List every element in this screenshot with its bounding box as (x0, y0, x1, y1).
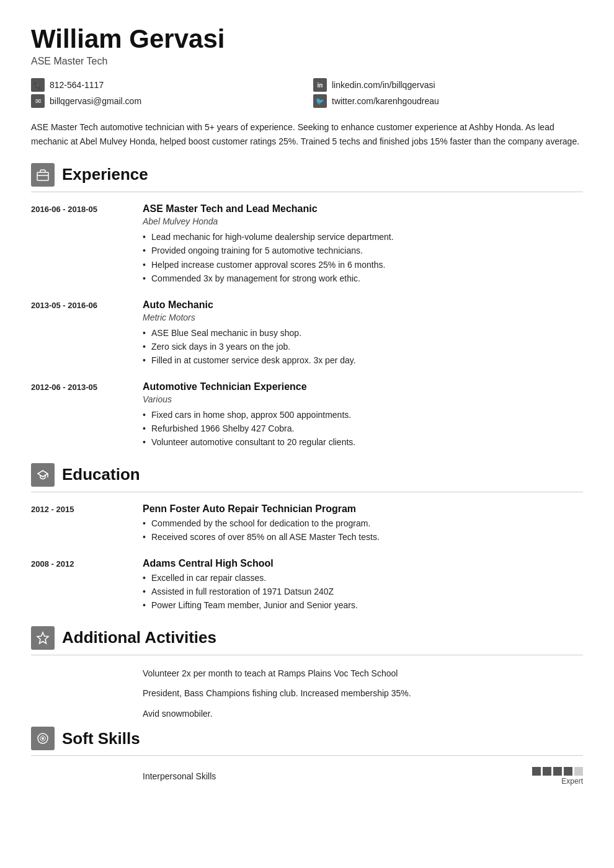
summary-text: ASE Master Tech automotive technician wi… (31, 120, 583, 148)
job-title-2: Automotive Technician Experience (143, 381, 583, 392)
bullet: ASE Blue Seal mechanic in busy shop. (143, 326, 583, 340)
job-content-2: Automotive Technician Experience Various… (143, 381, 583, 450)
school-name-0: Penn Foster Auto Repair Technician Progr… (143, 503, 583, 515)
school-dates-1: 2008 - 2012 (31, 558, 130, 613)
skills-icon (31, 727, 55, 750)
skills-title: Soft Skills (62, 729, 140, 748)
job-title-1: Auto Mechanic (143, 299, 583, 311)
education-icon (31, 463, 55, 487)
job-dates-0: 2016-06 - 2018-05 (31, 203, 130, 286)
job-content-1: Auto Mechanic Metric Motors ASE Blue Sea… (143, 299, 583, 368)
activity-item-0: Volunteer 2x per month to teach at Ramps… (31, 666, 583, 680)
bullet: Provided ongoing training for 5 automoti… (143, 244, 583, 257)
bullet: Refurbished 1966 Shelby 427 Cobra. (143, 422, 583, 435)
bullet: Power Lifting Team member, Junior and Se… (143, 598, 583, 612)
experience-header: Experience (31, 163, 583, 187)
skill-level-0: Expert (561, 777, 583, 786)
school-content-1: Adams Central High School Excelled in ca… (143, 558, 583, 613)
additional-icon (31, 626, 55, 650)
experience-section: Experience 2016-06 - 2018-05 ASE Master … (31, 163, 583, 450)
dot-5 (574, 767, 583, 776)
svg-marker-2 (37, 632, 48, 644)
school-dates-0: 2012 - 2015 (31, 503, 130, 544)
email-icon: ✉ (31, 94, 45, 108)
header: William Gervasi ASE Master Tech 📞 812-56… (31, 25, 583, 108)
school-entry-0: 2012 - 2015 Penn Foster Auto Repair Tech… (31, 503, 583, 544)
svg-rect-0 (37, 172, 48, 180)
additional-divider (31, 655, 583, 655)
bullet: Received scores of over 85% on all ASE M… (143, 530, 583, 544)
phone-icon: 📞 (31, 78, 45, 92)
activity-item-1: President, Bass Champions fishing club. … (31, 686, 583, 700)
bullet: Fixed cars in home shop, approx 500 appo… (143, 408, 583, 422)
dot-3 (553, 767, 562, 776)
job-company-1: Metric Motors (143, 312, 583, 322)
dot-1 (532, 767, 541, 776)
bullet: Zero sick days in 3 years on the job. (143, 340, 583, 353)
candidate-title: ASE Master Tech (31, 56, 583, 67)
education-section: Education 2012 - 2015 Penn Foster Auto R… (31, 463, 583, 613)
school-content-0: Penn Foster Auto Repair Technician Progr… (143, 503, 583, 544)
bullet: Helped increase customer approval scores… (143, 258, 583, 272)
skills-header: Soft Skills (31, 727, 583, 750)
dot-4 (564, 767, 572, 776)
job-content-0: ASE Master Tech and Lead Mechanic Abel M… (143, 203, 583, 286)
twitter-value: twitter.com/karenhgoudreau (332, 96, 439, 106)
job-bullets-1: ASE Blue Seal mechanic in busy shop. Zer… (143, 326, 583, 368)
bullet: Assisted in full restoration of 1971 Dat… (143, 585, 583, 598)
job-entry-2: 2012-06 - 2013-05 Automotive Technician … (31, 381, 583, 450)
bullet: Excelled in car repair classes. (143, 571, 583, 585)
skill-name-0: Interpersonal Skills (143, 771, 216, 781)
education-title: Education (62, 465, 140, 484)
phone-item: 📞 812-564-1117 (31, 78, 301, 92)
contact-grid: 📞 812-564-1117 in linkedin.com/in/billqg… (31, 78, 583, 108)
dot-2 (543, 767, 551, 776)
linkedin-item: in linkedin.com/in/billqgervasi (313, 78, 583, 92)
bullet: Filled in at customer service desk appro… (143, 353, 583, 367)
job-bullets-2: Fixed cars in home shop, approx 500 appo… (143, 408, 583, 450)
email-value: billqgervasi@gmail.com (50, 96, 141, 106)
additional-header: Additional Activities (31, 626, 583, 650)
job-bullets-0: Lead mechanic for high-volume dealership… (143, 230, 583, 286)
job-dates-2: 2012-06 - 2013-05 (31, 381, 130, 450)
additional-section: Additional Activities Volunteer 2x per m… (31, 626, 583, 720)
education-divider (31, 492, 583, 492)
experience-divider (31, 192, 583, 192)
phone-value: 812-564-1117 (50, 80, 104, 90)
job-dates-1: 2013-05 - 2016-06 (31, 299, 130, 368)
linkedin-icon: in (313, 78, 327, 92)
education-header: Education (31, 463, 583, 487)
candidate-name: William Gervasi (31, 25, 583, 53)
experience-icon (31, 163, 55, 187)
school-bullets-1: Excelled in car repair classes. Assisted… (143, 571, 583, 613)
skills-section: Soft Skills Interpersonal Skills Expert (31, 727, 583, 786)
skill-row-0: Interpersonal Skills Expert (31, 767, 583, 786)
email-item: ✉ billqgervasi@gmail.com (31, 94, 301, 108)
skill-dots-0 (532, 767, 583, 776)
svg-point-4 (42, 737, 44, 740)
school-name-1: Adams Central High School (143, 558, 583, 569)
job-company-0: Abel Mulvey Honda (143, 216, 583, 226)
linkedin-value: linkedin.com/in/billqgervasi (332, 80, 435, 90)
job-entry-0: 2016-06 - 2018-05 ASE Master Tech and Le… (31, 203, 583, 286)
bullet: Lead mechanic for high-volume dealership… (143, 230, 583, 244)
activity-item-2: Avid snowmobiler. (31, 707, 583, 720)
job-company-2: Various (143, 394, 583, 404)
additional-title: Additional Activities (62, 628, 216, 647)
job-title-0: ASE Master Tech and Lead Mechanic (143, 203, 583, 215)
experience-title: Experience (62, 165, 148, 184)
bullet: Commended 3x by management for strong wo… (143, 272, 583, 285)
twitter-icon: 🐦 (313, 94, 327, 108)
bullet: Volunteer automotive consultant to 20 re… (143, 435, 583, 449)
skill-dots-container-0: Expert (532, 767, 583, 786)
school-entry-1: 2008 - 2012 Adams Central High School Ex… (31, 558, 583, 613)
bullet: Commended by the school for dedication t… (143, 516, 583, 530)
twitter-item: 🐦 twitter.com/karenhgoudreau (313, 94, 583, 108)
school-bullets-0: Commended by the school for dedication t… (143, 516, 583, 544)
skills-divider (31, 755, 583, 756)
job-entry-1: 2013-05 - 2016-06 Auto Mechanic Metric M… (31, 299, 583, 368)
